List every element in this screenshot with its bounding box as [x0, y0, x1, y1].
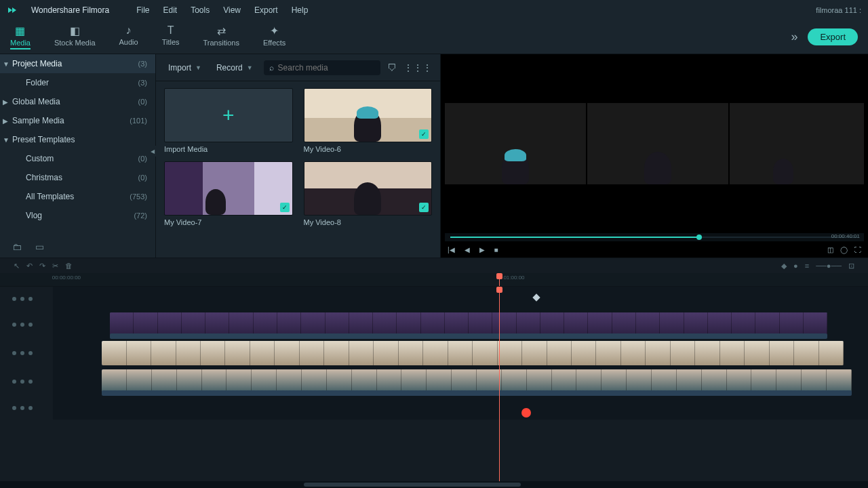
tl-mixer-icon[interactable]: ≡ — [805, 262, 809, 270]
record-marker-icon[interactable] — [521, 408, 531, 418]
sidebar-item-custom[interactable]: Custom(0) — [0, 149, 155, 168]
prev-button[interactable]: |◀ — [448, 246, 455, 253]
track-lock-icon[interactable] — [20, 297, 24, 301]
project-name: filmoraa 111 : — [816, 6, 861, 14]
menu-help[interactable]: Help — [292, 5, 309, 15]
track-lock-icon[interactable] — [20, 406, 24, 410]
track-body[interactable] — [53, 310, 868, 339]
preview-scrubber[interactable]: 00:00:40:01 — [445, 233, 864, 241]
track-visibility-icon[interactable] — [12, 380, 16, 384]
track-header[interactable] — [0, 396, 53, 420]
sidebar-item-vlog[interactable]: Vlog(72) — [0, 206, 155, 225]
media-card[interactable]: ✓My Video-8 — [304, 161, 433, 226]
preview-canvas[interactable] — [441, 54, 868, 233]
track-body[interactable] — [53, 367, 868, 396]
track-header[interactable] — [0, 310, 53, 339]
track-mute-icon[interactable] — [28, 323, 33, 327]
menu-view[interactable]: View — [223, 5, 241, 15]
filter-icon[interactable]: ⛉ — [387, 62, 397, 73]
tl-redo-icon[interactable]: ↷ — [39, 262, 45, 270]
collapse-handle-icon[interactable]: ◀ — [149, 146, 156, 157]
sidebar-item-sample-media[interactable]: ▶Sample Media(101) — [0, 111, 155, 130]
track-mute-icon[interactable] — [28, 406, 33, 410]
sidebar-item-christmas[interactable]: Christmas(0) — [0, 168, 155, 187]
tab-audio[interactable]: ♪Audio — [119, 24, 138, 49]
track-visibility-icon[interactable] — [12, 323, 16, 327]
preview-timecode: 00:00:40:01 — [831, 233, 860, 239]
import-media-card[interactable]: +Import Media — [164, 88, 293, 153]
track-header[interactable] — [0, 339, 53, 367]
search-input[interactable] — [278, 63, 375, 73]
tab-media[interactable]: ▦Media — [10, 24, 31, 49]
timeline-ruler[interactable]: 00:00:00:0001:00:00 — [0, 273, 868, 287]
track-lock-icon[interactable] — [20, 351, 24, 355]
sidebar-item-folder[interactable]: Folder(3) — [0, 73, 155, 92]
tl-split-icon[interactable]: ✂ — [52, 262, 58, 270]
menu-edit[interactable]: Edit — [163, 5, 178, 15]
sidebar-item-global-media[interactable]: ▶Global Media(0) — [0, 92, 155, 111]
record-dropdown[interactable]: Record ▼ — [212, 60, 257, 75]
step-back-button[interactable]: ◀ — [465, 246, 470, 253]
sidebar-label: Christmas — [26, 173, 138, 182]
playhead[interactable] — [499, 273, 500, 286]
track-header[interactable] — [0, 367, 53, 396]
playhead-line[interactable] — [499, 287, 500, 481]
media-card[interactable]: ✓My Video-6 — [304, 88, 433, 153]
track-mute-icon[interactable] — [28, 297, 33, 301]
new-folder-icon[interactable]: 🗀 — [12, 241, 22, 252]
track-row — [0, 339, 868, 367]
tl-undo-icon[interactable]: ↶ — [26, 262, 33, 270]
ruler-tick: 00:00:00:00 — [52, 274, 81, 281]
track-mute-icon[interactable] — [28, 380, 33, 384]
menu-tools[interactable]: Tools — [191, 5, 210, 15]
tl-marker-icon[interactable]: ◆ — [781, 262, 787, 270]
track-visibility-icon[interactable] — [12, 406, 16, 410]
track-body[interactable] — [53, 339, 868, 367]
tl-fit-icon[interactable]: ⊡ — [848, 262, 854, 270]
tl-delete-icon[interactable]: 🗑 — [65, 262, 73, 270]
import-dropdown[interactable]: Import ▼ — [164, 60, 205, 75]
export-button[interactable]: Export — [808, 28, 858, 45]
menu-file[interactable]: File — [136, 5, 149, 15]
track-body[interactable] — [53, 287, 868, 310]
track-mute-icon[interactable] — [28, 351, 33, 355]
track-lock-icon[interactable] — [20, 323, 24, 327]
chevron-down-icon: ▼ — [3, 136, 9, 144]
folder-icon[interactable]: ▭ — [35, 241, 44, 252]
media-card[interactable]: ✓My Video-7 — [164, 161, 293, 226]
track-visibility-icon[interactable] — [12, 351, 16, 355]
sidebar-item-preset-templates[interactable]: ▼Preset Templates — [0, 130, 155, 149]
keyframe-icon[interactable] — [533, 293, 540, 301]
track-body[interactable] — [53, 396, 868, 420]
transitions-icon: ⇄ — [217, 24, 226, 37]
search-box[interactable]: ⌕ — [264, 60, 380, 75]
tl-zoom-slider[interactable]: ──●── — [816, 262, 842, 270]
tl-cursor-icon[interactable]: ↖ — [14, 262, 20, 270]
audio-waveform[interactable] — [110, 333, 827, 339]
more-tabs-button[interactable]: » — [791, 30, 797, 44]
play-button[interactable]: ▶ — [479, 246, 485, 253]
sidebar-item-project-media[interactable]: ▼Project Media(3) — [0, 54, 155, 73]
fullscreen-icon[interactable]: ⛶ — [854, 246, 861, 253]
snapshot-icon[interactable]: ◫ — [827, 246, 833, 253]
sidebar-item-all-templates[interactable]: All Templates(753) — [0, 187, 155, 206]
tab-titles[interactable]: TTitles — [162, 24, 180, 49]
tab-stock-media[interactable]: ◧Stock Media — [54, 24, 96, 49]
timeline-clip[interactable] — [102, 341, 844, 365]
tab-transitions[interactable]: ⇄Transitions — [203, 24, 239, 49]
audio-waveform[interactable] — [102, 390, 852, 396]
menu-export[interactable]: Export — [254, 5, 278, 15]
scrollbar-thumb[interactable] — [304, 483, 521, 487]
tl-record-icon[interactable]: ● — [793, 262, 798, 270]
quality-icon[interactable]: ◯ — [840, 246, 848, 253]
tab-effects[interactable]: ✦Effects — [263, 24, 285, 49]
stop-button[interactable]: ■ — [494, 246, 498, 253]
track-lock-icon[interactable] — [20, 380, 24, 384]
grid-view-icon[interactable]: ⋮⋮⋮ — [403, 62, 432, 73]
timeline-scrollbar[interactable] — [0, 481, 868, 488]
track-row — [0, 396, 868, 420]
track-visibility-icon[interactable] — [12, 297, 16, 301]
sidebar-count: (3) — [138, 60, 147, 68]
panel-tabs: ▦Media◧Stock Media♪AudioTTitles⇄Transiti… — [0, 20, 868, 54]
track-header[interactable] — [0, 287, 53, 310]
